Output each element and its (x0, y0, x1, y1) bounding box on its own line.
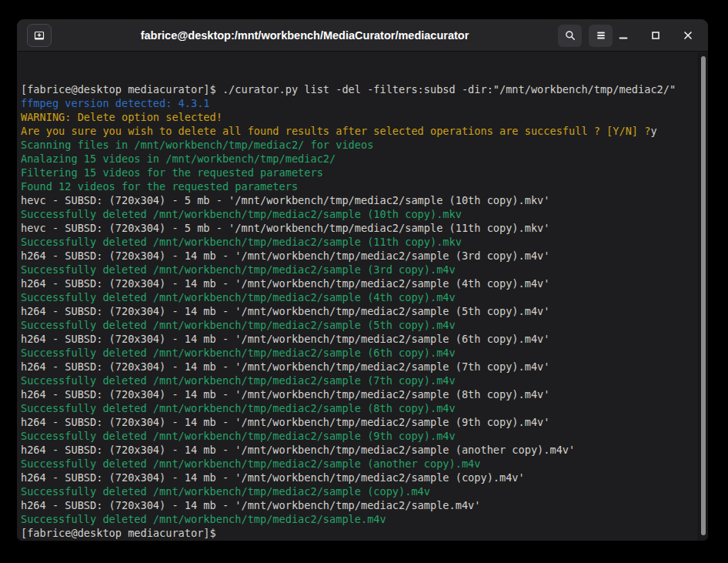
terminal-line: Successfully deleted /mnt/workbench/tmp/… (21, 346, 708, 360)
terminal-line: WARNING: Delete option selected! (21, 110, 708, 124)
terminal-line: h264 - SUBSD: (720x304) - 14 mb - '/mnt/… (21, 443, 708, 457)
maximize-icon (650, 29, 662, 42)
terminal-line: h264 - SUBSD: (720x304) - 14 mb - '/mnt/… (21, 249, 708, 263)
terminal-line: Analazing 15 videos in /mnt/workbench/tm… (21, 152, 708, 166)
terminal-line: Successfully deleted /mnt/workbench/tmp/… (21, 401, 708, 415)
search-icon (564, 29, 576, 42)
scrollbar-thumb[interactable] (701, 56, 706, 535)
terminal-line: Successfully deleted /mnt/workbench/tmp/… (21, 484, 708, 498)
close-icon (682, 29, 694, 42)
terminal-line: h264 - SUBSD: (720x304) - 14 mb - '/mnt/… (21, 360, 708, 374)
terminal-line: ffmpeg version detected: 4.3.1 (21, 96, 708, 110)
terminal-line: Successfully deleted /mnt/workbench/tmp/… (21, 263, 708, 276)
terminal-line: Filtering 15 videos for the requested pa… (21, 166, 708, 179)
terminal-line: Are you sure you wish to delete all foun… (21, 124, 708, 138)
minimize-icon (617, 29, 629, 42)
search-button[interactable] (558, 25, 582, 47)
terminal-line: Successfully deleted /mnt/workbench/tmp/… (21, 512, 708, 526)
menu-icon (595, 29, 607, 42)
terminal-line: Successfully deleted /mnt/workbench/tmp/… (21, 457, 708, 471)
terminal-line: h264 - SUBSD: (720x304) - 14 mb - '/mnt/… (21, 387, 708, 401)
new-tab-icon (33, 29, 45, 42)
terminal-line: Successfully deleted /mnt/workbench/tmp/… (21, 429, 708, 443)
terminal-line: Successfully deleted /mnt/workbench/tmp/… (21, 374, 708, 387)
terminal-line: [fabrice@desktop mediacurator]$ (21, 526, 708, 540)
terminal-line: h264 - SUBSD: (720x304) - 14 mb - '/mnt/… (21, 332, 708, 346)
terminal-line: h264 - SUBSD: (720x304) - 14 mb - '/mnt/… (21, 276, 708, 290)
window-title: fabrice@desktop:/mnt/workbench/MediaCura… (78, 19, 531, 52)
terminal-viewport[interactable]: [fabrice@desktop mediacurator]$ ./curato… (17, 52, 708, 541)
menu-button[interactable] (589, 25, 613, 47)
terminal-line: [fabrice@desktop mediacurator]$ ./curato… (21, 82, 708, 96)
terminal-window: fabrice@desktop:/mnt/workbench/MediaCura… (17, 19, 708, 541)
terminal-line: h264 - SUBSD: (720x304) - 14 mb - '/mnt/… (21, 415, 708, 429)
terminal-line: Successfully deleted /mnt/workbench/tmp/… (21, 235, 708, 249)
maximize-button[interactable] (645, 19, 666, 52)
terminal-line: h264 - SUBSD: (720x304) - 14 mb - '/mnt/… (21, 304, 708, 318)
terminal-output: [fabrice@desktop mediacurator]$ ./curato… (21, 82, 708, 540)
terminal-line: Found 12 videos for the requested parame… (21, 179, 708, 193)
header-right-controls (558, 19, 699, 52)
terminal-line: Successfully deleted /mnt/workbench/tmp/… (21, 318, 708, 332)
terminal-line: Scanning files in /mnt/workbench/tmp/med… (21, 138, 708, 152)
headerbar: fabrice@desktop:/mnt/workbench/MediaCura… (17, 19, 708, 52)
new-tab-button[interactable] (27, 24, 52, 47)
terminal-line: h264 - SUBSD: (720x304) - 14 mb - '/mnt/… (21, 471, 708, 484)
minimize-button[interactable] (613, 19, 634, 52)
scrollbar-track[interactable] (698, 52, 708, 541)
terminal-line: hevc - SUBSD: (720x304) - 5 mb - '/mnt/w… (21, 221, 708, 235)
terminal-line: Successfully deleted /mnt/workbench/tmp/… (21, 207, 708, 221)
terminal-line: hevc - SUBSD: (720x304) - 5 mb - '/mnt/w… (21, 193, 708, 207)
terminal-line: Successfully deleted /mnt/workbench/tmp/… (21, 290, 708, 304)
terminal-line: h264 - SUBSD: (720x304) - 14 mb - '/mnt/… (21, 498, 708, 512)
close-button[interactable] (677, 19, 699, 52)
